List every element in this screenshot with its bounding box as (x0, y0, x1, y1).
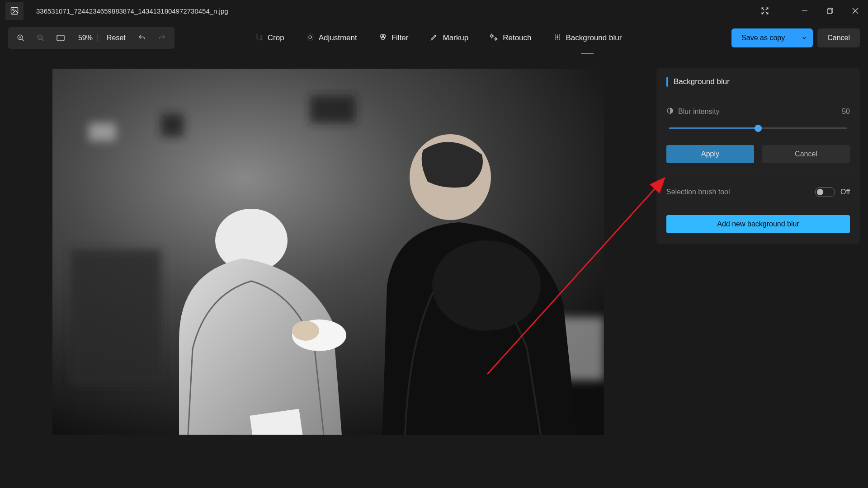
titlebar: 336531071_7244234659883874_1434131804972… (0, 0, 868, 22)
save-as-copy-label: Save as copy (731, 28, 795, 47)
svg-point-19 (557, 38, 557, 39)
tab-markup-label: Markup (443, 33, 468, 42)
tab-filter-label: Filter (392, 33, 409, 42)
brush-tool-label: Selection brush tool (666, 188, 730, 196)
panel-header: Background blur (656, 68, 860, 96)
add-new-blur-button[interactable]: Add new background blur (666, 215, 850, 233)
save-dropdown-icon[interactable] (795, 28, 813, 47)
save-group: Save as copy Cancel (731, 28, 860, 47)
minimize-icon[interactable] (792, 0, 817, 22)
undo-icon[interactable] (132, 28, 152, 48)
tool-tabs: Crop Adjustment Filter Markup Retouch Ba… (255, 27, 622, 49)
svg-point-1 (13, 9, 14, 10)
tab-crop[interactable]: Crop (255, 27, 284, 49)
brush-tool-row: Selection brush tool Off (666, 187, 850, 197)
apply-button[interactable]: Apply (666, 145, 754, 163)
window-controls (756, 0, 868, 22)
reset-button[interactable]: Reset (100, 34, 132, 42)
tab-adjustment[interactable]: Adjustment (306, 27, 357, 49)
fullscreen-icon[interactable] (756, 0, 774, 22)
svg-rect-7 (57, 35, 64, 41)
tab-filter[interactable]: Filter (379, 27, 409, 49)
app-icon[interactable] (5, 2, 24, 20)
tab-retouch[interactable]: Retouch (490, 27, 531, 49)
svg-point-14 (559, 34, 560, 35)
svg-point-11 (381, 36, 385, 40)
adjustment-icon (306, 33, 314, 43)
tab-adjustment-label: Adjustment (319, 33, 357, 42)
content: Background blur Blur intensity 50 Apply … (0, 54, 868, 488)
intensity-icon (666, 107, 674, 116)
cancel-button[interactable]: Cancel (817, 28, 860, 47)
panel-cancel-button[interactable]: Cancel (762, 145, 850, 163)
canvas-area (8, 68, 648, 480)
crop-icon (255, 33, 263, 43)
tab-crop-label: Crop (268, 33, 284, 42)
blur-icon (553, 33, 561, 43)
blur-intensity-row: Blur intensity 50 (666, 107, 850, 116)
blur-intensity-slider[interactable] (666, 124, 850, 132)
maximize-icon[interactable] (817, 0, 843, 22)
tab-background-blur[interactable]: Background blur (553, 27, 622, 49)
svg-point-15 (555, 36, 556, 37)
svg-rect-22 (71, 249, 161, 385)
svg-rect-4 (827, 9, 832, 14)
panel-title: Background blur (674, 77, 730, 86)
filter-icon (379, 33, 387, 43)
close-icon[interactable] (843, 0, 868, 22)
svg-point-12 (555, 34, 556, 35)
blur-intensity-value: 50 (842, 108, 850, 116)
toolbar: 59% Reset Crop Adjustment Filter Markup … (0, 22, 868, 54)
retouch-icon (490, 33, 498, 43)
svg-point-32 (432, 240, 541, 331)
filename: 336531071_7244234659883874_1434131804972… (36, 7, 228, 15)
svg-point-29 (292, 321, 319, 341)
zoom-in-icon[interactable] (11, 28, 31, 48)
svg-rect-0 (11, 8, 18, 14)
svg-point-13 (557, 34, 557, 35)
redo-icon[interactable] (152, 28, 172, 48)
tab-markup[interactable]: Markup (430, 27, 468, 49)
tab-retouch-label: Retouch (503, 33, 531, 42)
photo-preview[interactable] (52, 69, 604, 435)
fit-icon[interactable] (51, 28, 71, 48)
svg-rect-26 (161, 114, 184, 136)
blur-intensity-label: Blur intensity (678, 108, 720, 116)
brush-toggle-state: Off (840, 188, 850, 196)
save-as-copy-button[interactable]: Save as copy (731, 28, 813, 47)
svg-rect-25 (89, 123, 116, 141)
panel-divider (666, 175, 850, 175)
svg-point-8 (309, 36, 311, 38)
zoom-out-icon[interactable] (31, 28, 51, 48)
zoom-group: 59% Reset (8, 27, 175, 49)
markup-icon (430, 33, 438, 43)
panel-accent-bar (666, 77, 668, 87)
svg-point-10 (382, 34, 386, 38)
brush-toggle[interactable] (815, 187, 835, 197)
tab-background-blur-label: Background blur (566, 33, 622, 42)
svg-point-18 (555, 38, 556, 39)
side-panel: Background blur Blur intensity 50 Apply … (656, 68, 860, 244)
svg-point-17 (559, 36, 560, 37)
svg-point-20 (559, 38, 560, 39)
zoom-percent[interactable]: 59% (71, 34, 98, 42)
svg-rect-24 (310, 96, 355, 123)
svg-point-16 (557, 36, 558, 38)
